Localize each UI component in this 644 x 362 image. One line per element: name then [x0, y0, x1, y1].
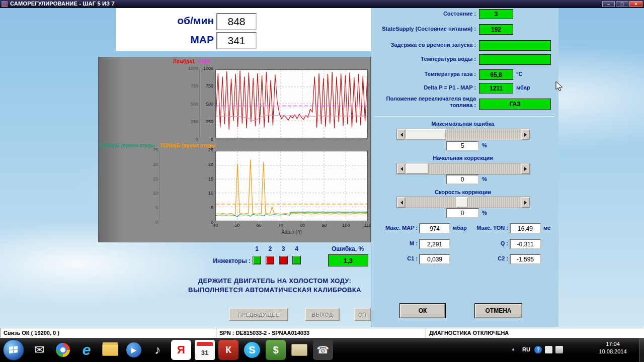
minimize-button[interactable]: –	[602, 1, 615, 7]
bottom-chart-y-axis: 2520151050	[200, 147, 213, 225]
show-desktop-button[interactable]	[639, 338, 644, 362]
c2-value[interactable]: -1,595	[510, 254, 541, 264]
fuel-switch-label: Положение переключателя вида топлива :	[372, 96, 476, 109]
max-map-value[interactable]: 974	[419, 223, 450, 234]
tray-icon-1[interactable]	[545, 346, 552, 353]
slider-left-arrow[interactable]	[397, 163, 406, 174]
slider-left-arrow[interactable]	[397, 197, 406, 208]
c2-label: C2 :	[457, 255, 508, 262]
state-label: Состояние :	[372, 11, 476, 17]
calibration-message-line1: ДЕРЖИТЕ ДВИГАТЕЛЬ НА ХОЛОСТОМ ХОДУ:	[166, 277, 383, 285]
q-value[interactable]: -0,311	[510, 239, 541, 249]
start-button[interactable]	[3, 339, 24, 360]
taskbar-icon-media-player[interactable]: ▶	[124, 340, 144, 360]
cancel-button[interactable]: ОТМЕНА	[475, 304, 522, 318]
maximize-button[interactable]: □	[616, 1, 628, 7]
injector-2-indicator	[266, 256, 274, 264]
taskbar-icon-mail[interactable]: ✉	[29, 340, 49, 360]
exit-button[interactable]: ВЫХОД	[305, 308, 340, 321]
slider-thumb[interactable]	[406, 163, 429, 174]
injector-3-number: 3	[279, 245, 288, 252]
slider-track[interactable]	[406, 129, 521, 140]
clock-time[interactable]: 17:04	[593, 341, 633, 347]
language-indicator[interactable]: RU	[522, 346, 530, 352]
lambda-map-chart	[215, 69, 368, 138]
bottom-chart-x-label: Ââäiö (ñ)	[215, 229, 368, 235]
c1-label: C1 :	[372, 255, 418, 262]
m-value[interactable]: 2,291	[419, 239, 450, 249]
m-label: M :	[372, 240, 418, 247]
max-error-title: Максимальная ошибка	[387, 121, 538, 127]
max-error-unit: %	[482, 142, 487, 148]
slider-right-arrow[interactable]	[521, 163, 530, 174]
taskbar-icon-documents-folder[interactable]	[289, 340, 309, 360]
taskbar-icon-yandex[interactable]: Я	[171, 340, 191, 360]
taskbar-icon-browser[interactable]	[53, 340, 73, 360]
state-supply-label: StateSupply (Состояние питания) :	[372, 26, 476, 32]
top-chart-y-axis: 10007505002500	[200, 66, 213, 142]
rpm-value-field: 848	[216, 13, 257, 30]
initial-correction-title: Начальная коррекция	[387, 155, 538, 161]
tray-icon-2[interactable]	[555, 346, 563, 353]
max-error-slider[interactable]	[396, 129, 530, 140]
initial-correction-slider[interactable]	[396, 163, 530, 174]
previous-button[interactable]: ПРЕДЫДУЩЕЕ	[229, 308, 288, 321]
rpm-label: об/мин	[164, 15, 214, 27]
correction-speed-value[interactable]: 0	[446, 208, 479, 218]
left-arrow-icon	[398, 201, 403, 205]
initial-correction-unit: %	[482, 176, 487, 182]
top-chart-y-axis-outer: 10007505002500	[184, 66, 198, 142]
slider-thumb[interactable]	[406, 129, 446, 140]
taskbar-icon-red-app[interactable]: К	[218, 340, 238, 360]
ok-button[interactable]: ОК	[400, 304, 445, 318]
correction-speed-title: Скорость коррекции	[387, 189, 538, 195]
slider-left-arrow[interactable]	[397, 129, 406, 140]
slider-track[interactable]	[406, 163, 521, 174]
gas-temp-label: Температура газа :	[372, 71, 476, 77]
gas-temp-field: 65,8	[479, 69, 513, 80]
injector-3-indicator	[279, 256, 288, 264]
bottom-chart-x-axis: 405060708090100110	[210, 223, 373, 228]
max-ton-unit: мс	[543, 225, 550, 231]
taskbar-icon-money-app[interactable]: $	[266, 340, 286, 360]
injection-time-chart	[215, 151, 368, 221]
taskbar-icon-internet-explorer[interactable]: e	[76, 340, 97, 360]
calibration-message-line2: ВЫПОЛНЯЕТСЯ АВТОМАТИЧЕСКАЯ КАЛИБРОВКА	[166, 286, 383, 294]
taskbar-icon-calendar[interactable]: 31	[195, 340, 215, 360]
max-error-value[interactable]: 5	[446, 141, 479, 151]
mouse-cursor	[555, 81, 564, 92]
delta-p-unit: мбар	[516, 84, 530, 90]
left-arrow-icon	[398, 167, 403, 171]
tray-help-icon[interactable]: ?	[534, 346, 542, 353]
c1-value[interactable]: 0,039	[419, 254, 450, 264]
help-button-clipped[interactable]: СП	[354, 308, 371, 321]
fuel-switch-field: ГАЗ	[479, 99, 551, 110]
close-button[interactable]: ×	[629, 1, 642, 7]
start-delay-field	[479, 40, 551, 51]
delta-p-label: Delta P = P1 - MAP :	[372, 84, 476, 91]
taskbar-icon-phone-app[interactable]: ☎	[313, 340, 333, 360]
max-map-label: Макс. MAP :	[372, 225, 418, 231]
app-icon	[2, 1, 8, 7]
taskbar-icon-skype[interactable]: S	[242, 340, 262, 360]
clock-date[interactable]: 10.08.2014	[593, 348, 633, 354]
max-ton-value[interactable]: 16,49	[510, 223, 541, 234]
slider-track[interactable]	[406, 197, 521, 208]
tray-expand-icon[interactable]: ▲	[511, 347, 515, 351]
slider-thumb[interactable]	[456, 197, 468, 208]
map-value-field: 341	[216, 32, 257, 49]
status-connection: Связь ОК ( 19200, 0 )	[0, 328, 216, 338]
slider-right-arrow[interactable]	[521, 129, 530, 140]
taskbar-icon-folder[interactable]	[100, 340, 120, 360]
injector-numbers: 1 2 3 4	[253, 245, 301, 252]
error-percent-label: Ошибка, %	[326, 245, 369, 252]
initial-correction-value[interactable]: 0	[446, 174, 479, 185]
windows-flag-icon	[9, 346, 19, 354]
correction-speed-slider[interactable]	[396, 197, 530, 208]
injector-2-number: 2	[266, 245, 274, 252]
gas-temp-unit: °C	[516, 71, 522, 77]
delta-p-field: 1211	[479, 83, 513, 94]
legend-lambda: Лямбда1	[173, 59, 195, 64]
taskbar-icon-volume[interactable]: ♪	[147, 340, 168, 360]
slider-right-arrow[interactable]	[521, 197, 530, 208]
